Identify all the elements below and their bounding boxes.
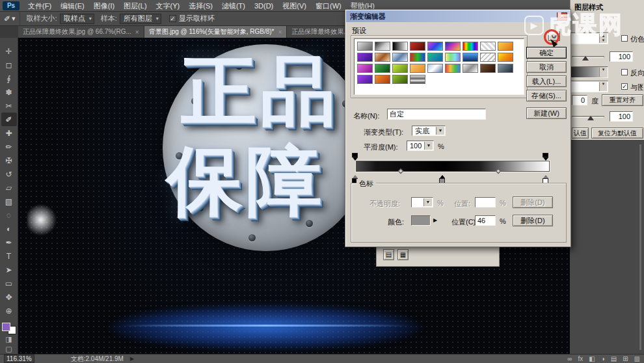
gradient-preset-swatch[interactable]	[410, 42, 425, 51]
show-sampling-ring-checkbox[interactable]: ✓ 显示取样环	[169, 14, 215, 23]
chevron-down-icon[interactable]: ▼	[599, 82, 607, 91]
screen-mode-button[interactable]: ▢	[1, 344, 17, 354]
quick-select-tool[interactable]: ✽	[1, 85, 17, 99]
clone-stamp-tool[interactable]: ✠	[1, 154, 17, 167]
move-tool[interactable]: ✛	[1, 44, 17, 58]
align-with-layer-checkbox[interactable]: ✓	[621, 83, 628, 90]
eyedropper-tool[interactable]: ✐	[1, 113, 17, 126]
zoom-tool[interactable]: ⊕	[1, 304, 17, 317]
gradient-preview-bar[interactable]	[356, 161, 550, 172]
gradient-preset-swatch[interactable]	[410, 53, 425, 62]
type-tool[interactable]: T	[1, 249, 17, 263]
new-layer-icon[interactable]: ⊞	[623, 355, 628, 363]
chevron-down-icon[interactable]: ▼	[424, 142, 433, 150]
document-tab[interactable]: 背景图.jpg @ 116%(矢量智能对象, RGB/8)* ×	[144, 26, 288, 38]
menu-item[interactable]: 文件(F)	[23, 0, 56, 12]
dodge-tool[interactable]: ◐	[1, 222, 17, 235]
stop-color-swatch[interactable]	[411, 215, 431, 226]
delete-layer-icon[interactable]: ▥	[634, 355, 640, 363]
gradient-preset-swatch[interactable]	[480, 53, 496, 62]
lasso-tool[interactable]: ∮	[1, 72, 17, 85]
status-flyout-icon[interactable]: ▶	[130, 356, 134, 362]
gradient-preset-swatch[interactable]	[498, 64, 513, 73]
gradient-preset-swatch[interactable]	[445, 53, 461, 62]
gradient-preset-swatch[interactable]	[480, 64, 496, 73]
swatch-flyout-icon[interactable]: ▶	[433, 217, 437, 223]
eraser-tool[interactable]: ▱	[1, 181, 17, 195]
opacity-slider-handle[interactable]	[582, 53, 589, 60]
opacity-stop-left[interactable]	[352, 153, 358, 163]
gradient-preset-swatch[interactable]	[357, 64, 373, 73]
color-position-input[interactable]	[475, 215, 496, 226]
gradient-preset-swatch[interactable]	[392, 53, 408, 62]
cancel-button[interactable]: 取消	[526, 61, 567, 73]
ok-button[interactable]: 确定	[526, 47, 567, 59]
spot-heal-tool[interactable]: ✚	[1, 126, 17, 140]
menu-item[interactable]: 视图(V)	[278, 0, 311, 12]
gradient-preset-swatch[interactable]	[427, 53, 443, 62]
texture-icon-button[interactable]: ▤	[383, 249, 394, 260]
save-button[interactable]: 存储(S)...	[526, 90, 567, 101]
color-stop-right[interactable]	[543, 172, 548, 183]
gradient-type-dropdown[interactable]: 实底 ▼	[412, 126, 446, 136]
crop-tool[interactable]: ✂	[1, 99, 17, 113]
gradient-preset-swatch[interactable]	[357, 42, 373, 51]
smoothness-dropdown[interactable]: 100 ▼	[407, 141, 434, 151]
current-tool-preset[interactable]: ✐ ▾	[0, 12, 20, 25]
gradient-preset-swatch[interactable]	[463, 64, 478, 73]
gradient-preset-swatch[interactable]	[498, 42, 513, 51]
scale-value-field[interactable]: 100	[610, 111, 633, 122]
style-dropdown[interactable]: ▼	[569, 81, 608, 92]
menu-item[interactable]: 窗口(W)	[311, 0, 346, 12]
gradient-preset-swatch[interactable]	[375, 42, 390, 51]
layer-group-icon[interactable]: ▤	[611, 355, 617, 363]
load-button[interactable]: 载入(L)...	[526, 75, 567, 87]
delete-color-stop-button[interactable]: 删除(D)	[513, 215, 553, 226]
adjustment-layer-icon[interactable]: ◑	[601, 355, 605, 363]
opacity-stop-right[interactable]	[543, 153, 548, 163]
tab-close-icon[interactable]: ×	[135, 29, 139, 36]
blur-tool[interactable]: ◌	[1, 208, 17, 222]
layer-style-fx-icon[interactable]: fx	[578, 355, 583, 363]
foreground-color-swatch[interactable]	[2, 323, 10, 331]
menu-item[interactable]: 选择(S)	[184, 0, 217, 12]
gradient-preset-swatch[interactable]	[480, 42, 496, 51]
set-default-button[interactable]: 认值	[572, 128, 589, 139]
menu-item[interactable]: 图层(L)	[119, 0, 151, 12]
gradient-preset-swatch[interactable]	[463, 42, 478, 51]
gradient-preset-swatch[interactable]	[463, 53, 478, 62]
hand-tool[interactable]: ✥	[1, 290, 17, 304]
brush-tool[interactable]: ✏	[1, 140, 17, 154]
menu-item[interactable]: 编辑(E)	[56, 0, 89, 12]
gradient-tool[interactable]: ▧	[1, 195, 17, 208]
gradient-preset-swatch[interactable]	[375, 53, 390, 62]
gradient-preset-swatch[interactable]	[427, 42, 443, 51]
shape-tool[interactable]: ▭	[1, 276, 17, 290]
gradient-preset-swatch[interactable]	[392, 42, 408, 51]
angle-value-field[interactable]: 0	[572, 95, 587, 105]
menu-item[interactable]: 图像(I)	[89, 0, 119, 12]
pen-tool[interactable]: ✒	[1, 235, 17, 249]
texture-icon-button2[interactable]: ▦	[397, 249, 409, 260]
gradient-preset-swatch[interactable]	[357, 75, 373, 84]
gradient-preset-swatch[interactable]	[445, 64, 461, 73]
gradient-preset-swatch[interactable]	[498, 53, 513, 62]
reverse-checkbox[interactable]	[621, 69, 628, 75]
gradient-preset-swatch[interactable]	[410, 75, 425, 84]
gradient-preset-swatch[interactable]	[410, 64, 425, 73]
zoom-level-field[interactable]: 116.31%	[4, 355, 34, 363]
scale-slider-handle[interactable]	[587, 113, 594, 120]
opacity-value-field[interactable]: 100	[610, 51, 633, 62]
reset-default-button[interactable]: 复位为默认值	[591, 128, 643, 139]
tab-close-icon[interactable]: ×	[278, 29, 282, 36]
chevron-down-icon[interactable]: ▼	[599, 68, 607, 77]
new-button[interactable]: 新建(W)	[526, 107, 567, 119]
panel-scrollbar[interactable]	[639, 144, 641, 350]
gradient-preset-swatch[interactable]	[392, 75, 408, 84]
gradient-preset-swatch[interactable]	[375, 75, 390, 84]
gradient-preset-swatch[interactable]	[375, 64, 390, 73]
gradient-preset-swatch[interactable]	[445, 42, 461, 51]
path-select-tool[interactable]: ➤	[1, 263, 17, 276]
gradient-preset-swatch[interactable]	[392, 64, 408, 73]
quick-mask-button[interactable]: ◨	[1, 334, 17, 344]
